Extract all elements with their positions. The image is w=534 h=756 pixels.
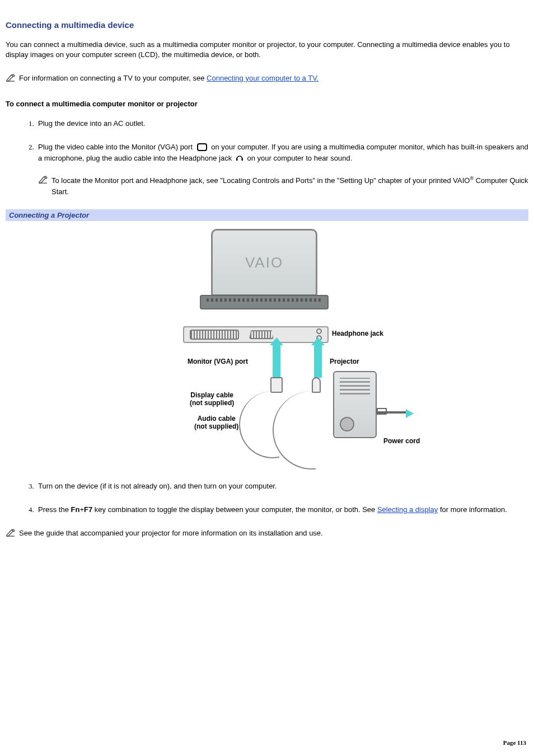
document-body: Connecting a multimedia device You can c… <box>0 0 534 538</box>
parallel-port-icon <box>190 330 239 340</box>
label-power-cord: Power cord <box>383 437 420 445</box>
note-pencil-icon <box>6 73 16 82</box>
step-1: Plug the device into an AC outlet. <box>36 118 528 129</box>
vga-port-icon <box>197 143 207 151</box>
arrow-up-headphone <box>314 344 322 378</box>
label-vga-port: Monitor (VGA) port <box>188 358 248 365</box>
step4-text-a: Press the <box>38 505 71 514</box>
note-pencil-icon <box>38 175 48 184</box>
label-projector: Projector <box>330 358 359 365</box>
label-display-cable: Display cable (not supplied) <box>190 391 234 407</box>
link-selecting-display[interactable]: Selecting a display <box>377 505 438 514</box>
key-fn: Fn <box>71 505 80 514</box>
link-connect-tv[interactable]: Connecting your computer to a TV. <box>207 74 318 82</box>
svg-rect-0 <box>236 158 238 161</box>
note-pencil-icon <box>6 528 16 537</box>
figure-title: Connecting a Projector <box>6 209 528 221</box>
projector-diagram: VAIO Headphon <box>138 229 396 464</box>
step-4: Press the Fn+F7 key combination to toggl… <box>36 504 528 515</box>
final-note-text: See the guide that accompanied your proj… <box>19 528 528 538</box>
ports-bar <box>183 326 329 343</box>
step-2: Plug the video cable into the Monitor (V… <box>36 142 528 198</box>
step3-text: Turn on the device (if it is not already… <box>38 482 277 490</box>
step2-note-text: To locate the Monitor port and Headphone… <box>51 175 528 197</box>
projector-panel <box>340 378 370 395</box>
power-cord-arrow <box>377 411 406 414</box>
procedure-heading: To connect a multimedia computer monitor… <box>6 100 528 108</box>
page-title: Connecting a multimedia device <box>6 20 528 30</box>
steps-list-cont: Turn on the device (if it is not already… <box>6 481 528 515</box>
label-headphone-jack: Headphone jack <box>332 330 383 337</box>
projector-illustration <box>333 371 377 438</box>
step1-text: Plug the device into an AC outlet. <box>38 119 146 128</box>
steps-list: Plug the device into an AC outlet. Plug … <box>6 118 528 198</box>
label-line: Display cable <box>190 391 233 399</box>
figure-wrap: VAIO Headphon <box>6 229 528 464</box>
audio-connector <box>312 377 321 393</box>
step4-text-c: for more information. <box>438 505 507 514</box>
label-line: Audio cable <box>198 415 236 422</box>
label-line: (not supplied) <box>190 399 234 407</box>
step2-note-a: To locate the Monitor port and Headphone… <box>51 176 470 185</box>
headphone-icon <box>236 154 243 162</box>
jack-icon <box>316 328 322 334</box>
note-text: For information on connecting a TV to yo… <box>19 73 528 83</box>
vaio-logo: VAIO <box>245 254 283 271</box>
step2-text-c: on your computer to hear sound. <box>247 154 352 162</box>
key-f7: F7 <box>84 505 92 514</box>
note-tv-connection: For information on connecting a TV to yo… <box>6 73 528 83</box>
svg-rect-1 <box>241 158 243 161</box>
step4-text-b: key combination to toggle the display be… <box>92 505 377 514</box>
laptop-illustration: VAIO <box>200 229 329 309</box>
label-line: (not supplied) <box>194 422 238 430</box>
note-prefix: For information on connecting a TV to yo… <box>19 74 207 82</box>
step2-text-a: Plug the video cable into the Monitor (V… <box>38 143 195 151</box>
note-projector-guide: See the guide that accompanied your proj… <box>6 528 528 538</box>
step2-note: To locate the Monitor port and Headphone… <box>38 175 528 197</box>
laptop-screen: VAIO <box>211 229 317 296</box>
page-footer: Page 113 <box>503 739 526 746</box>
plus-sign: + <box>79 505 84 514</box>
intro-paragraph: You can connect a multimedia device, suc… <box>6 40 528 60</box>
arrow-up-vga <box>273 344 280 378</box>
vga-connector <box>270 377 283 393</box>
label-audio-cable: Audio cable (not supplied) <box>194 415 238 430</box>
laptop-base <box>200 295 329 309</box>
step-3: Turn on the device (if it is not already… <box>36 481 528 492</box>
